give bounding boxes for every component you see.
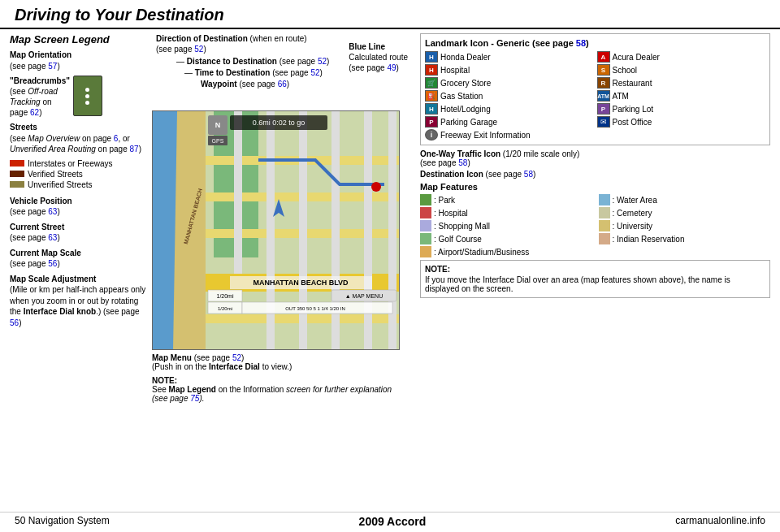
svg-text:OUT 350  50  5  1  1/4  1/20  : OUT 350 50 5 1 1/4 1/20 IN	[285, 306, 345, 311]
landmark-grid: H Honda Dealer A Acura Dealer H Hospital	[425, 51, 765, 141]
mall-color	[420, 220, 431, 231]
gas-icon: ⛽	[425, 90, 438, 102]
left-column: Map Screen Legend Map Orientation (see p…	[10, 33, 152, 403]
map-scale-adjustment-label: Map Scale Adjustment (Mile or km per hal…	[10, 274, 148, 329]
breadcrumbs-icon	[73, 76, 102, 116]
feature-water: : Water Area	[599, 194, 771, 205]
footer-center: 2009 Accord	[359, 515, 427, 528]
page-header: Driving to Your Destination	[0, 0, 780, 29]
map-orientation-label: Map Orientation (see page 57)	[10, 50, 148, 71]
one-way-section: One-Way Traffic Icon (1/20 mile scale on…	[420, 149, 770, 167]
legend-item-interstate: Interstates or Freeways	[10, 159, 148, 168]
water-color	[599, 194, 610, 205]
university-color	[599, 220, 610, 231]
page-title: Driving to Your Destination	[15, 6, 765, 24]
blueline-callout: Blue Line Calculated route (see page 49)	[349, 41, 408, 73]
post-office-icon: ✉	[597, 116, 610, 128]
page-wrapper: Driving to Your Destination Map Screen L…	[0, 0, 780, 407]
svg-text:N: N	[215, 121, 221, 129]
map-column: Direction of Destination (when en route)…	[152, 33, 412, 403]
parking-garage-icon: P	[425, 116, 438, 128]
feature-park: : Park	[420, 194, 592, 205]
legend-item-verified: Verified Streets	[10, 170, 148, 179]
park-color	[420, 194, 431, 205]
verified-color	[10, 171, 24, 177]
svg-text:0.6mi  0:02  to go: 0.6mi 0:02 to go	[253, 119, 306, 127]
page-footer: 50 Navigation System 2009 Accord carmanu…	[0, 512, 780, 528]
breadcrumbs-label: "Breadcrumbs" (see Off-roadTracking onpa…	[10, 76, 70, 118]
map-menu-callout: Map Menu (see page 52) (Push in on the I…	[152, 353, 412, 371]
landmark-parking-lot: P Parking Lot	[597, 103, 766, 115]
landmark-atm: ATM ATM	[597, 90, 766, 102]
svg-point-24	[371, 182, 381, 192]
svg-text:▲ MAP MENU: ▲ MAP MENU	[345, 293, 383, 299]
section-title: Map Screen Legend	[10, 33, 148, 45]
time-callout: — Time to Destination (see page 52)	[184, 67, 323, 78]
hotel-icon: H	[425, 103, 438, 115]
right-column: Landmark Icon - Generic (see page 58) H …	[412, 33, 770, 403]
honda-icon: H	[425, 51, 438, 63]
current-map-scale-label: Current Map Scale (see page 56)	[10, 248, 148, 270]
legend-item-unverified: Unverified Streets	[10, 180, 148, 189]
unverified-color	[10, 181, 24, 188]
top-callout-area: Direction of Destination (when en route)…	[152, 33, 412, 110]
note-title: NOTE:	[425, 265, 765, 274]
feature-mall: : Shopping Mall	[420, 220, 592, 231]
svg-rect-14	[388, 111, 396, 350]
current-street-label: Current Street (see page 63)	[10, 222, 148, 244]
airport-color	[420, 246, 431, 257]
landmark-box: Landmark Icon - Generic (see page 58) H …	[420, 33, 770, 145]
map-container: MANHATTAN BEACH BLVD N GPS 0.6mi 0:02 to…	[152, 110, 400, 350]
hospital-icon: H	[425, 64, 438, 76]
landmark-hotel: H Hotel/Lodging	[425, 103, 594, 115]
atm-icon: ATM	[597, 90, 610, 102]
feature-cemetery: : Cemetery	[599, 207, 771, 218]
landmark-acura: A Acura Dealer	[597, 51, 766, 63]
restaurant-icon: R	[597, 77, 610, 89]
golf-color	[420, 233, 431, 244]
interstate-color	[10, 160, 24, 167]
feature-hospital: : Hospital	[420, 207, 592, 218]
indian-color	[599, 233, 610, 244]
landmark-school: S School	[597, 64, 766, 76]
svg-rect-13	[364, 111, 372, 350]
feature-golf: : Golf Course	[420, 233, 592, 244]
svg-rect-9	[234, 111, 242, 274]
acura-icon: A	[597, 51, 610, 63]
landmark-gas: ⛽ Gas Station	[425, 90, 594, 102]
svg-rect-0	[153, 111, 177, 350]
map-note: NOTE: See Map Legend on the Information …	[152, 376, 400, 403]
svg-rect-10	[266, 111, 275, 350]
distance-callout: — Distance to Destination (see page 52)	[176, 56, 329, 67]
feature-university: : University	[599, 220, 771, 231]
cemetery-color	[599, 207, 610, 218]
svg-text:1/20mi: 1/20mi	[218, 306, 232, 311]
direction-callout: Direction of Destination (when en route)…	[156, 33, 307, 54]
footer-right: carmanualonline.info	[675, 515, 765, 528]
street-legend: Interstates or Freeways Verified Streets…	[10, 159, 148, 189]
footer-left: 50 Navigation System	[15, 515, 110, 528]
school-icon: S	[597, 64, 610, 76]
hospital-color	[420, 207, 431, 218]
svg-rect-12	[332, 111, 340, 350]
note-text: If you move the Interface Dial over an a…	[425, 275, 765, 293]
feature-indian: : Indian Reservation	[599, 233, 771, 244]
map-features-title: Map Features	[420, 182, 770, 192]
landmark-restaurant: R Restaurant	[597, 77, 766, 89]
feature-airport: : Airport/Stadium/Business	[420, 246, 770, 257]
vehicle-position-label: Vehicle Position (see page 63)	[10, 196, 148, 218]
svg-text:MANHATTAN BEACH BLVD: MANHATTAN BEACH BLVD	[254, 279, 349, 287]
destination-icon-section: Destination Icon (see page 58)	[420, 170, 770, 179]
waypoint-callout: Waypoint (see page 66)	[201, 79, 289, 89]
landmark-honda: H Honda Dealer	[425, 51, 594, 63]
landmark-post-office: ✉ Post Office	[597, 116, 766, 128]
landmark-freeway-exit: i Freeway Exit Information	[425, 129, 765, 141]
map-svg: MANHATTAN BEACH BLVD N GPS 0.6mi 0:02 to…	[153, 111, 400, 350]
svg-rect-11	[299, 111, 307, 350]
landmark-parking-garage: P Parking Garage	[425, 116, 594, 128]
parking-lot-icon: P	[597, 103, 610, 115]
freeway-exit-icon: i	[425, 129, 438, 141]
svg-text:GPS: GPS	[212, 138, 224, 144]
landmark-hospital: H Hospital	[425, 64, 594, 76]
streets-label: Streets (see Map Overview on page 6, or …	[10, 122, 148, 155]
